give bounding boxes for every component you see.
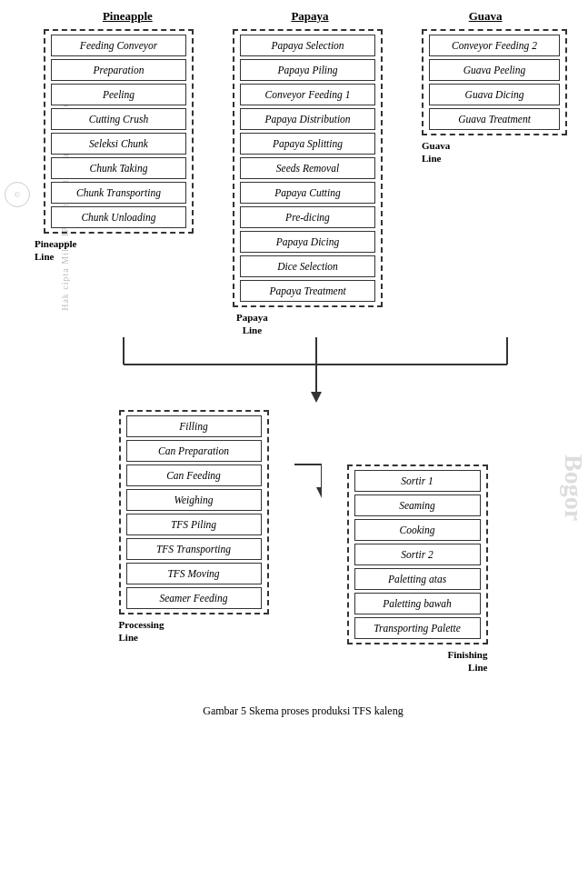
pineapple-step-1: Preparation	[51, 59, 186, 81]
papaya-step-7: Pre-dicing	[240, 206, 375, 228]
processing-step-7: Seamer Feeding	[126, 587, 262, 609]
pineapple-step-3: Cutting Crush	[51, 108, 186, 130]
finishing-step-5: Paletting bawah	[354, 593, 481, 614]
pineapple-step-0: Feeding Conveyor	[51, 35, 186, 56]
finishing-step-6: Transporting Palette	[354, 617, 481, 639]
guava-column: Conveyor Feeding 2 Guava Peeling Guava D…	[422, 29, 572, 165]
processing-column: Filling Can Preparation Can Feeding Weig…	[119, 410, 269, 686]
watermark-circle: ©	[5, 182, 30, 207]
papaya-step-6: Papaya Cutting	[240, 182, 375, 204]
headers-row: Pineapple Papaya Guava	[36, 9, 570, 24]
finishing-box: Sortir 1 Seaming Cooking Sortir 2 Palett…	[347, 464, 488, 644]
processing-step-2: Can Feeding	[126, 464, 262, 486]
pineapple-step-6: Chunk Transporting	[51, 182, 186, 204]
finishing-step-3: Sortir 2	[354, 544, 481, 565]
svg-marker-8	[316, 487, 322, 498]
header-pineapple: Pineapple	[103, 9, 153, 23]
pineapple-step-5: Chunk Taking	[51, 157, 186, 179]
papaya-column: Papaya Selection Papaya Piling Conveyor …	[233, 29, 383, 337]
processing-step-4: TFS Piling	[126, 514, 262, 535]
processing-line-label: ProcessingLine	[119, 618, 164, 644]
papaya-step-0: Papaya Selection	[240, 35, 375, 56]
guava-step-2: Guava Dicing	[429, 84, 560, 105]
finishing-step-4: Paletting atas	[354, 568, 481, 590]
finishing-step-0: Sortir 1	[354, 470, 481, 492]
finishing-line-label: FinishingLine	[447, 648, 487, 674]
pineapple-step-7: Chunk Unloading	[51, 206, 186, 228]
papaya-box: Papaya Selection Papaya Piling Conveyor …	[233, 29, 383, 307]
processing-step-3: Weighing	[126, 489, 262, 511]
pineapple-step-4: Seleksi Chunk	[51, 133, 186, 155]
pineapple-box: Feeding Conveyor Preparation Peeling Cut…	[44, 29, 194, 234]
papaya-step-8: Papaya Dicing	[240, 231, 375, 253]
finishing-step-1: Seaming	[354, 494, 481, 516]
middle-connector	[294, 410, 322, 686]
guava-box: Conveyor Feeding 2 Guava Peeling Guava D…	[422, 29, 567, 135]
header-guava: Guava	[469, 9, 503, 23]
finishing-step-2: Cooking	[354, 519, 481, 541]
processing-step-1: Can Preparation	[126, 440, 262, 462]
papaya-step-2: Conveyor Feeding 1	[240, 84, 375, 105]
pineapple-line-label: PineappleLine	[35, 237, 76, 264]
papaya-step-5: Seeds Removal	[240, 157, 375, 179]
connector-svg	[35, 337, 572, 410]
papaya-step-3: Papaya Distribution	[240, 108, 375, 130]
connector-area	[35, 337, 572, 410]
guava-line-label: GuavaLine	[422, 139, 450, 165]
processing-step-0: Filling	[126, 415, 262, 437]
svg-marker-5	[311, 392, 322, 403]
header-papaya: Papaya	[291, 9, 328, 23]
processing-step-6: TFS Moving	[126, 563, 262, 584]
guava-step-3: Guava Treatment	[429, 108, 560, 130]
papaya-step-4: Papaya Splitting	[240, 133, 375, 155]
diagram-wrapper: Pineapple Papaya Guava Feeding Conveyor …	[27, 9, 579, 718]
papaya-step-1: Papaya Piling	[240, 59, 375, 81]
guava-step-0: Conveyor Feeding 2	[429, 35, 560, 56]
figure-caption: Gambar 5 Skema proses produksi TFS kalen…	[27, 704, 579, 718]
processing-step-5: TFS Transporting	[126, 538, 262, 560]
processing-box: Filling Can Preparation Can Feeding Weig…	[119, 410, 269, 614]
bottom-section: Filling Can Preparation Can Feeding Weig…	[27, 410, 579, 686]
top-columns: Feeding Conveyor Preparation Peeling Cut…	[27, 29, 579, 337]
guava-step-1: Guava Peeling	[429, 59, 560, 81]
papaya-step-10: Papaya Treatment	[240, 280, 375, 302]
pineapple-column: Feeding Conveyor Preparation Peeling Cut…	[35, 29, 194, 264]
finishing-column: Sortir 1 Seaming Cooking Sortir 2 Palett…	[347, 464, 488, 686]
pineapple-step-2: Peeling	[51, 84, 186, 105]
papaya-line-label: PapayaLine	[236, 311, 268, 337]
papaya-step-9: Dice Selection	[240, 255, 375, 277]
middle-connector-svg	[294, 410, 322, 683]
